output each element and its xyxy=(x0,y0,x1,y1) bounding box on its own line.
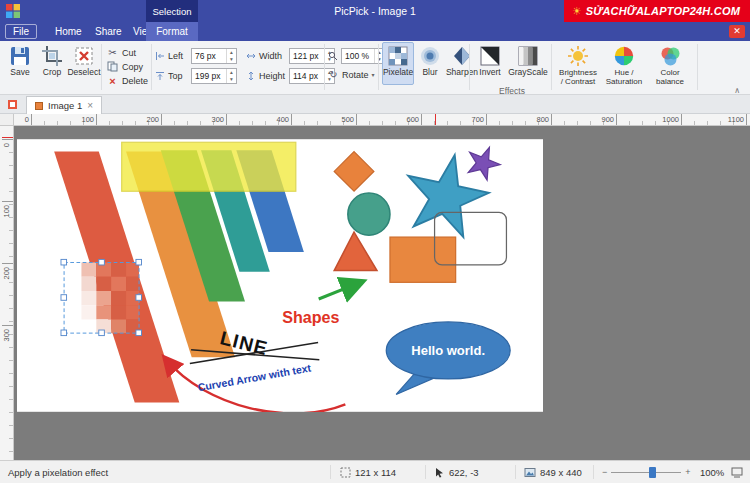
field-height: Height 114 px▴▾ xyxy=(246,68,335,84)
menu-file[interactable]: File xyxy=(5,24,37,39)
tab-close-icon[interactable]: × xyxy=(87,100,93,111)
top-icon xyxy=(155,71,165,81)
invert-label: Invert xyxy=(479,68,500,78)
menu-bar: File Home Share View Format ✕ xyxy=(0,22,750,41)
menu-home[interactable]: Home xyxy=(48,24,89,39)
ribbon-collapse-icon[interactable]: ∧ xyxy=(734,86,740,95)
color-balance-button[interactable]: Color balance xyxy=(647,42,693,87)
canvas-image[interactable]: Shapes LINE Curved Arrow with text Hello… xyxy=(17,139,543,412)
invert-button[interactable]: Invert xyxy=(473,42,507,85)
rotate-dropdown-icon: ▾ xyxy=(372,71,375,78)
save-icon xyxy=(9,45,31,67)
brightness-label: Brightness / Contrast xyxy=(557,68,599,86)
rotate-label: Rotate xyxy=(342,70,369,80)
brightness-icon xyxy=(567,45,589,67)
cut-label: Cut xyxy=(122,48,136,58)
height-label: Height xyxy=(259,71,286,81)
field-left: Left 76 px▴▾ xyxy=(155,48,237,64)
crop-label: Crop xyxy=(43,68,61,78)
width-label: Width xyxy=(259,51,286,61)
status-selection-size: 121 x 114 xyxy=(340,461,396,483)
status-zoom-controls: − + xyxy=(602,461,691,483)
pixelate-button[interactable]: Pixelate xyxy=(382,42,414,85)
v-ruler-cursor-marker xyxy=(2,137,13,138)
left-spinner[interactable]: ▴▾ xyxy=(226,49,236,63)
ribbon-group-invert: Invert GrayScale xyxy=(473,42,549,88)
top-label: Top xyxy=(168,71,188,81)
fit-window-icon xyxy=(731,467,743,478)
watermark-text: SỬACHỮALAPTOP24H.COM xyxy=(586,5,740,17)
width-icon xyxy=(246,51,256,61)
ribbon-group-zoom: 100 %▴▾ ↻ Rotate ▾ xyxy=(328,42,385,88)
selection-size-icon xyxy=(340,467,351,478)
zoom-in-icon[interactable]: + xyxy=(685,467,690,477)
close-button[interactable]: ✕ xyxy=(729,25,745,38)
rotate-icon: ↻ xyxy=(328,69,339,80)
pixelate-icon xyxy=(387,45,409,67)
hue-label: Hue / Saturation xyxy=(603,68,645,86)
new-page-icon[interactable] xyxy=(7,99,18,110)
zoom-slider[interactable] xyxy=(611,465,681,479)
circle-shape[interactable] xyxy=(348,193,390,235)
zoom-out-icon[interactable]: − xyxy=(602,467,607,477)
delete-button[interactable]: ×Delete xyxy=(104,74,151,87)
ribbon: Save Crop Deselect ✂Cut Copy ×Delete xyxy=(0,41,750,95)
fit-window-button[interactable] xyxy=(731,461,743,483)
ruler-corner xyxy=(0,114,14,126)
watermark-banner: ☀ SỬACHỮALAPTOP24H.COM xyxy=(564,0,750,22)
tab-format[interactable]: Format xyxy=(146,22,198,41)
ribbon-group-color: Brightness / Contrast Hue / Saturation C… xyxy=(555,42,693,88)
picpick-window: Selection PicPick - Image 1 ☀ SỬACHỮALAP… xyxy=(0,0,750,483)
rotate-button[interactable]: ↻ Rotate ▾ xyxy=(328,64,375,80)
shapes-text[interactable]: Shapes xyxy=(282,308,339,326)
status-zoom-percent[interactable]: 100% xyxy=(700,461,724,483)
orange-rectangle-shape[interactable] xyxy=(390,237,456,282)
left-icon xyxy=(155,51,165,61)
picpick-logo-icon xyxy=(6,4,20,18)
pixelate-label: Pixelate xyxy=(383,68,413,78)
field-top: Top 199 px▴▾ xyxy=(155,68,237,84)
blur-button[interactable]: Blur xyxy=(414,42,446,85)
image-tab-label: Image 1 xyxy=(48,100,82,111)
delete-icon: × xyxy=(107,75,118,87)
field-zoom: 100 %▴▾ xyxy=(328,42,385,64)
deselect-button[interactable]: Deselect xyxy=(68,42,100,85)
v-ruler[interactable]: 0100200300 xyxy=(0,126,14,460)
top-spinner[interactable]: ▴▾ xyxy=(226,69,236,83)
save-button[interactable]: Save xyxy=(4,42,36,85)
status-bar: Apply a pixelation effect 121 x 114 622,… xyxy=(0,460,750,483)
h-ruler[interactable]: 010020030040050060070080090010001100 xyxy=(0,114,750,126)
grayscale-label: GrayScale xyxy=(508,68,548,78)
grayscale-icon xyxy=(517,45,539,67)
status-cursor-position: 622, -3 xyxy=(434,461,479,483)
ribbon-group-filters: Pixelate Blur Sharpen xyxy=(382,42,478,88)
ribbon-group-clipboard: ✂Cut Copy ×Delete xyxy=(104,42,151,88)
zoom-slider-thumb[interactable] xyxy=(649,467,656,478)
invert-icon xyxy=(479,45,501,67)
blur-label: Blur xyxy=(422,68,437,78)
hue-button[interactable]: Hue / Saturation xyxy=(601,42,647,87)
field-width: Width 121 px▴▾ xyxy=(246,48,335,64)
left-input[interactable]: 76 px▴▾ xyxy=(191,48,237,64)
crop-button[interactable]: Crop xyxy=(36,42,68,85)
copy-button[interactable]: Copy xyxy=(104,60,151,73)
grayscale-button[interactable]: GrayScale xyxy=(507,42,549,85)
copy-icon xyxy=(107,61,118,72)
canvas-workspace[interactable]: 0100200300 xyxy=(0,126,750,460)
context-tab-selection[interactable]: Selection xyxy=(146,0,198,22)
copy-label: Copy xyxy=(122,62,143,72)
hue-icon xyxy=(613,45,635,67)
status-image-size: 849 x 440 xyxy=(524,461,582,483)
menu-share[interactable]: Share xyxy=(88,24,129,39)
top-input[interactable]: 199 px▴▾ xyxy=(191,68,237,84)
deselect-label: Deselect xyxy=(67,68,100,78)
title-bar: Selection PicPick - Image 1 ☀ SỬACHỮALAP… xyxy=(0,0,750,22)
cut-button[interactable]: ✂Cut xyxy=(104,46,151,59)
tab-image-1[interactable]: Image 1 × xyxy=(26,96,102,114)
zoom-icon xyxy=(328,51,338,61)
deselect-icon xyxy=(73,45,95,67)
brightness-button[interactable]: Brightness / Contrast xyxy=(555,42,601,87)
crop-icon xyxy=(41,45,63,67)
yellow-rectangle-shape[interactable] xyxy=(122,142,296,191)
delete-label: Delete xyxy=(122,76,148,86)
